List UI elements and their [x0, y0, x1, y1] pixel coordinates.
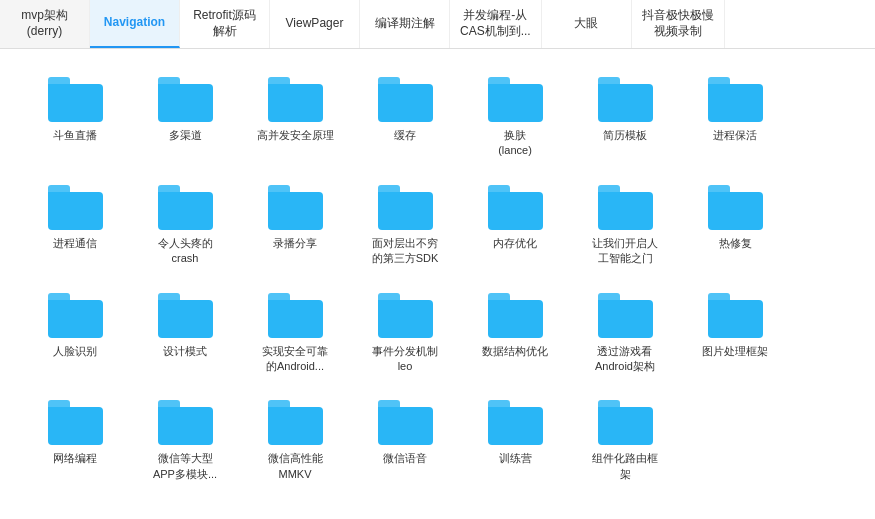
- tab-tiktok[interactable]: 抖音极快极慢 视频录制: [632, 0, 725, 48]
- folder-icon: [48, 400, 103, 445]
- folder-item[interactable]: 录播分享: [245, 180, 345, 272]
- folder-item[interactable]: 微信语音: [355, 395, 455, 487]
- folder-icon: [488, 77, 543, 122]
- folder-item[interactable]: 内存优化: [465, 180, 565, 272]
- folder-item[interactable]: 训练营: [465, 395, 565, 487]
- folder-label: 数据结构优化: [482, 344, 548, 359]
- folder-label: 面对层出不穷 的第三方SDK: [372, 236, 439, 267]
- folder-item[interactable]: 设计模式: [135, 288, 235, 380]
- folder-grid: 斗鱼直播多渠道高并发安全原理缓存换肤 (lance)简历模板进程保活进程通信令人…: [20, 64, 855, 495]
- folder-icon: [378, 293, 433, 338]
- folder-label: 训练营: [499, 451, 532, 466]
- folder-item[interactable]: 组件化路由框 架: [575, 395, 675, 487]
- folder-label: 组件化路由框 架: [592, 451, 658, 482]
- folder-label: 换肤 (lance): [498, 128, 532, 159]
- folder-label: 进程保活: [713, 128, 757, 143]
- tab-compile[interactable]: 编译期注解: [360, 0, 450, 48]
- folder-label: 斗鱼直播: [53, 128, 97, 143]
- tab-dayan[interactable]: 大眼: [542, 0, 632, 48]
- folder-item[interactable]: 热修复: [685, 180, 785, 272]
- folder-icon: [268, 77, 323, 122]
- folder-icon: [158, 185, 213, 230]
- folder-icon: [378, 77, 433, 122]
- folder-label: 热修复: [719, 236, 752, 251]
- folder-icon: [708, 293, 763, 338]
- folder-label: 缓存: [394, 128, 416, 143]
- folder-icon: [488, 185, 543, 230]
- folder-label: 透过游戏看 Android架构: [595, 344, 655, 375]
- folder-item[interactable]: 事件分发机制 leo: [355, 288, 455, 380]
- tab-bar[interactable]: mvp架构 (derry)NavigationRetrofit源码 解析View…: [0, 0, 875, 49]
- folder-item[interactable]: 透过游戏看 Android架构: [575, 288, 675, 380]
- folder-icon: [268, 400, 323, 445]
- tab-concurrent[interactable]: 并发编程-从 CAS机制到...: [450, 0, 542, 48]
- folder-item[interactable]: 面对层出不穷 的第三方SDK: [355, 180, 455, 272]
- folder-icon: [598, 77, 653, 122]
- folder-item[interactable]: 微信等大型 APP多模块...: [135, 395, 235, 487]
- folder-label: 多渠道: [169, 128, 202, 143]
- folder-item[interactable]: 让我们开启人 工智能之门: [575, 180, 675, 272]
- folder-icon: [48, 185, 103, 230]
- folder-icon: [48, 293, 103, 338]
- folder-label: 内存优化: [493, 236, 537, 251]
- folder-label: 设计模式: [163, 344, 207, 359]
- folder-item[interactable]: 简历模板: [575, 72, 675, 164]
- folder-icon: [158, 77, 213, 122]
- folder-icon: [158, 400, 213, 445]
- folder-item[interactable]: 换肤 (lance): [465, 72, 565, 164]
- folder-icon: [708, 77, 763, 122]
- folder-icon: [48, 77, 103, 122]
- folder-label: 实现安全可靠 的Android...: [262, 344, 328, 375]
- folder-label: 进程通信: [53, 236, 97, 251]
- tab-retrofit[interactable]: Retrofit源码 解析: [180, 0, 270, 48]
- folder-item[interactable]: 微信高性能 MMKV: [245, 395, 345, 487]
- folder-item[interactable]: 多渠道: [135, 72, 235, 164]
- tab-viewpager[interactable]: ViewPager: [270, 0, 360, 48]
- folder-item[interactable]: 实现安全可靠 的Android...: [245, 288, 345, 380]
- folder-label: 录播分享: [273, 236, 317, 251]
- folder-icon: [268, 293, 323, 338]
- folder-icon: [598, 293, 653, 338]
- folder-icon: [378, 400, 433, 445]
- folder-icon: [598, 400, 653, 445]
- folder-item[interactable]: 斗鱼直播: [25, 72, 125, 164]
- folder-item[interactable]: 进程通信: [25, 180, 125, 272]
- tab-navigation[interactable]: Navigation: [90, 0, 180, 48]
- folder-item[interactable]: 人脸识别: [25, 288, 125, 380]
- folder-label: 高并发安全原理: [257, 128, 334, 143]
- folder-label: 微信语音: [383, 451, 427, 466]
- folder-item[interactable]: 网络编程: [25, 395, 125, 487]
- folder-label: 令人头疼的 crash: [158, 236, 213, 267]
- folder-item[interactable]: 缓存: [355, 72, 455, 164]
- folder-icon: [158, 293, 213, 338]
- folder-label: 人脸识别: [53, 344, 97, 359]
- folder-label: 事件分发机制 leo: [372, 344, 438, 375]
- folder-item[interactable]: 数据结构优化: [465, 288, 565, 380]
- folder-item[interactable]: 令人头疼的 crash: [135, 180, 235, 272]
- folder-label: 微信等大型 APP多模块...: [153, 451, 217, 482]
- folder-icon: [488, 293, 543, 338]
- folder-label: 简历模板: [603, 128, 647, 143]
- folder-item[interactable]: 图片处理框架: [685, 288, 785, 380]
- content-area: 斗鱼直播多渠道高并发安全原理缓存换肤 (lance)简历模板进程保活进程通信令人…: [0, 49, 875, 519]
- folder-label: 图片处理框架: [702, 344, 768, 359]
- folder-label: 微信高性能 MMKV: [268, 451, 323, 482]
- folder-item[interactable]: 高并发安全原理: [245, 72, 345, 164]
- folder-icon: [378, 185, 433, 230]
- folder-icon: [598, 185, 653, 230]
- folder-icon: [488, 400, 543, 445]
- folder-label: 让我们开启人 工智能之门: [592, 236, 658, 267]
- folder-icon: [708, 185, 763, 230]
- tab-mvp[interactable]: mvp架构 (derry): [0, 0, 90, 48]
- folder-icon: [268, 185, 323, 230]
- folder-item[interactable]: 进程保活: [685, 72, 785, 164]
- folder-label: 网络编程: [53, 451, 97, 466]
